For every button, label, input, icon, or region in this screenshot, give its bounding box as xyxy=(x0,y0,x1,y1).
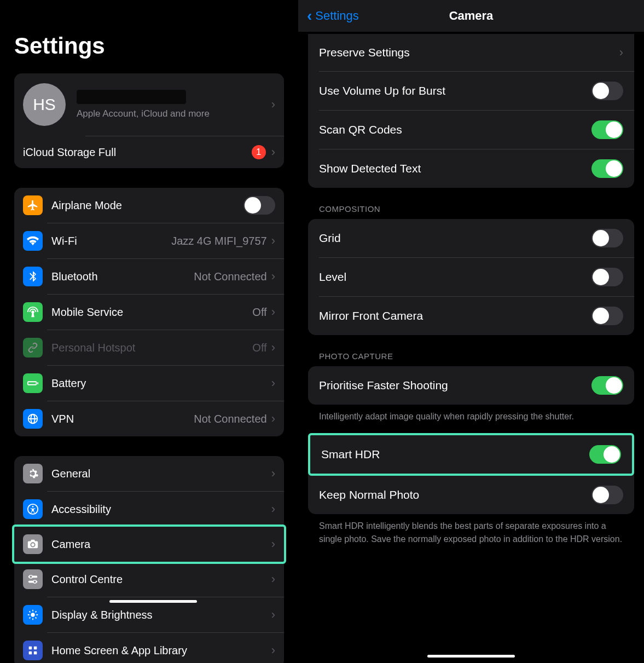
profile-subtitle: Apple Account, iCloud and more xyxy=(77,108,271,119)
faster-shooting-footer: Intelligently adapt image quality when r… xyxy=(308,405,634,423)
icloud-storage-row[interactable]: iCloud Storage Full 1 › xyxy=(14,136,284,168)
detected-text-toggle[interactable] xyxy=(591,159,623,178)
smart-hdr-toggle[interactable] xyxy=(589,445,621,464)
keep-normal-photo-row[interactable]: Keep Normal Photo xyxy=(308,476,634,514)
row-label: Personal Hotspot xyxy=(51,342,252,354)
chevron-left-icon: ‹ xyxy=(307,7,312,25)
control-centre-row[interactable]: Control Centre › xyxy=(14,562,284,597)
volume-burst-toggle[interactable] xyxy=(591,82,623,100)
row-label: Mobile Service xyxy=(51,306,252,319)
connectivity-group: Airplane Mode Wi-Fi Jazz 4G MIFI_9757 › … xyxy=(14,188,284,436)
row-label: Scan QR Codes xyxy=(319,123,402,136)
home-indicator[interactable] xyxy=(109,600,197,603)
chevron-right-icon: › xyxy=(271,572,275,586)
personal-hotspot-row: Personal Hotspot Off › xyxy=(14,330,284,365)
grid-row[interactable]: Grid xyxy=(308,219,634,257)
airplane-icon xyxy=(23,195,43,215)
chevron-right-icon: › xyxy=(271,341,275,355)
svg-rect-7 xyxy=(29,647,32,650)
chevron-right-icon: › xyxy=(271,537,275,551)
notification-badge: 1 xyxy=(252,145,266,159)
chevron-right-icon: › xyxy=(271,145,275,159)
home-indicator[interactable] xyxy=(427,655,515,658)
chevron-right-icon: › xyxy=(271,608,275,622)
detected-text-row[interactable]: Show Detected Text xyxy=(308,149,634,188)
vpn-row[interactable]: VPN Not Connected › xyxy=(14,401,284,436)
row-label: Prioritise Faster Shooting xyxy=(319,379,448,392)
camera-row[interactable]: Camera › xyxy=(14,527,284,562)
faster-shooting-toggle[interactable] xyxy=(591,376,623,395)
chevron-right-icon: › xyxy=(271,643,275,658)
svg-rect-8 xyxy=(34,647,37,650)
row-label: Preserve Settings xyxy=(319,46,410,59)
grid-toggle[interactable] xyxy=(591,229,623,247)
chevron-right-icon: › xyxy=(271,305,275,319)
wifi-row[interactable]: Wi-Fi Jazz 4G MIFI_9757 › xyxy=(14,223,284,258)
bluetooth-row[interactable]: Bluetooth Not Connected › xyxy=(14,259,284,294)
camera-icon xyxy=(23,534,43,554)
profile-name-redacted xyxy=(77,90,186,104)
airplane-mode-row[interactable]: Airplane Mode xyxy=(14,188,284,223)
profile-card: HS Apple Account, iCloud and more › iClo… xyxy=(14,73,284,168)
svg-rect-10 xyxy=(34,652,37,655)
row-label: Airplane Mode xyxy=(51,199,243,212)
row-label: Level xyxy=(319,270,346,284)
row-label: Home Screen & App Library xyxy=(51,644,271,657)
composition-group: Grid Level Mirror Front Camera xyxy=(308,219,634,335)
row-label: General xyxy=(51,468,271,480)
level-toggle[interactable] xyxy=(591,268,623,286)
sliders-icon xyxy=(23,569,43,589)
faster-shooting-row[interactable]: Prioritise Faster Shooting xyxy=(308,366,634,405)
mobile-service-row[interactable]: Mobile Service Off › xyxy=(14,295,284,330)
chevron-right-icon: › xyxy=(271,97,275,112)
chevron-right-icon: › xyxy=(271,466,275,481)
antenna-icon xyxy=(23,302,43,322)
chevron-right-icon: › xyxy=(271,234,275,248)
row-label: Battery xyxy=(51,377,271,390)
row-label: Display & Brightness xyxy=(51,609,271,621)
nav-title: Camera xyxy=(449,9,494,23)
avatar: HS xyxy=(23,83,66,126)
navigation-bar: ‹ Settings Camera xyxy=(298,0,644,32)
row-detail: Off xyxy=(252,342,266,354)
general-row[interactable]: General › xyxy=(14,456,284,491)
faster-shooting-group: Prioritise Faster Shooting xyxy=(308,366,634,405)
accessibility-row[interactable]: Accessibility › xyxy=(14,492,284,527)
chevron-right-icon: › xyxy=(271,376,275,390)
back-button[interactable]: ‹ Settings xyxy=(307,7,359,25)
camera-settings-panel: ‹ Settings Camera Preserve Settings › Us… xyxy=(298,0,644,663)
row-label: Smart HDR xyxy=(321,448,380,461)
row-detail: Not Connected xyxy=(194,413,266,425)
row-label: Camera xyxy=(51,538,271,551)
row-label: Use Volume Up for Burst xyxy=(319,84,445,97)
scan-qr-row[interactable]: Scan QR Codes xyxy=(308,111,634,149)
apple-id-row[interactable]: HS Apple Account, iCloud and more › xyxy=(14,73,284,136)
smart-hdr-highlight: Smart HDR xyxy=(308,433,634,476)
volume-burst-row[interactable]: Use Volume Up for Burst xyxy=(308,72,634,110)
row-detail: Jazz 4G MIFI_9757 xyxy=(171,235,267,247)
scan-qr-toggle[interactable] xyxy=(591,120,623,139)
preserve-settings-row[interactable]: Preserve Settings › xyxy=(308,34,634,71)
battery-row[interactable]: Battery › xyxy=(14,366,284,401)
chevron-right-icon: › xyxy=(271,502,275,516)
smart-hdr-row[interactable]: Smart HDR xyxy=(310,435,632,474)
home-screen-row[interactable]: Home Screen & App Library › xyxy=(14,633,284,663)
keep-normal-toggle[interactable] xyxy=(591,486,623,504)
hdr-group: Smart HDR Keep Normal Photo xyxy=(308,433,634,514)
bluetooth-icon xyxy=(23,267,43,286)
battery-icon xyxy=(23,373,43,393)
svg-point-6 xyxy=(31,613,34,616)
row-label: Mirror Front Camera xyxy=(319,309,423,322)
chevron-right-icon: › xyxy=(271,412,275,426)
airplane-toggle[interactable] xyxy=(243,196,275,215)
mirror-camera-row[interactable]: Mirror Front Camera xyxy=(308,297,634,335)
camera-row-highlight: Camera › xyxy=(12,524,286,564)
accessibility-icon xyxy=(23,499,43,519)
row-label: Keep Normal Photo xyxy=(319,488,419,501)
svg-point-5 xyxy=(33,580,36,584)
row-label: Grid xyxy=(319,232,341,245)
mirror-toggle[interactable] xyxy=(591,307,623,325)
level-row[interactable]: Level xyxy=(308,258,634,296)
row-label: Show Detected Text xyxy=(319,162,421,175)
svg-point-4 xyxy=(30,575,33,579)
